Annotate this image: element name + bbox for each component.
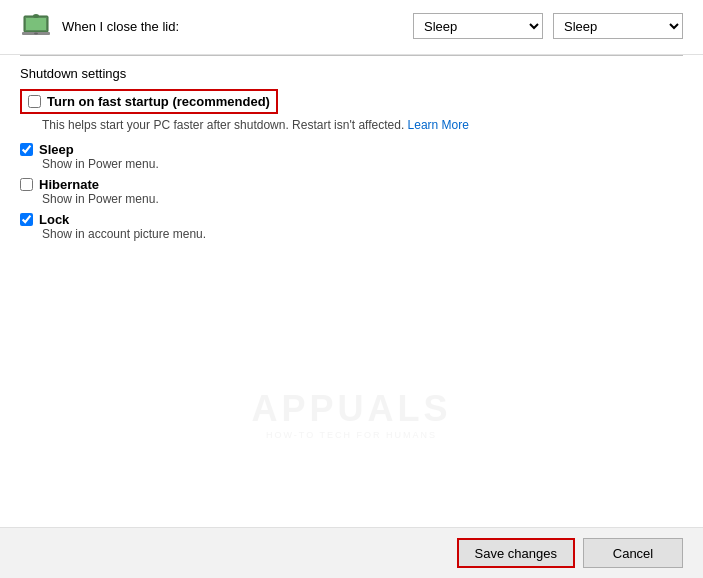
sleep-checkbox[interactable]	[20, 143, 33, 156]
fast-startup-label: Turn on fast startup (recommended)	[47, 94, 270, 109]
lid-close-label: When I close the lid:	[62, 19, 403, 34]
battery-select[interactable]: Sleep Do nothing Hibernate Shut down Tur…	[413, 13, 543, 39]
save-changes-button[interactable]: Save changes	[457, 538, 575, 568]
lid-section: When I close the lid: Sleep Do nothing H…	[0, 0, 703, 55]
svg-rect-1	[26, 18, 46, 30]
svg-point-4	[34, 33, 38, 35]
svg-point-2	[33, 14, 39, 18]
fast-startup-description: This helps start your PC faster after sh…	[42, 118, 683, 132]
lock-item: Lock Show in account picture menu.	[20, 212, 683, 241]
laptop-icon	[20, 10, 52, 42]
hibernate-item: Hibernate Show in Power menu.	[20, 177, 683, 206]
sleep-item: Sleep Show in Power menu.	[20, 142, 683, 171]
plugged-select[interactable]: Sleep Do nothing Hibernate Shut down Tur…	[553, 13, 683, 39]
watermark-text: APPUALS	[251, 388, 451, 430]
lock-description: Show in account picture menu.	[42, 227, 683, 241]
watermark-area: APPUALS HOW-TO TECH FOR HUMANS	[0, 302, 703, 528]
fast-startup-item: Turn on fast startup (recommended) This …	[20, 89, 683, 132]
lid-selects: Sleep Do nothing Hibernate Shut down Tur…	[413, 13, 683, 39]
fast-startup-box: Turn on fast startup (recommended)	[20, 89, 278, 114]
sleep-label: Sleep	[39, 142, 74, 157]
fast-startup-desc-text: This helps start your PC faster after sh…	[42, 118, 404, 132]
power-options-window: When I close the lid: Sleep Do nothing H…	[0, 0, 703, 578]
hibernate-checkbox[interactable]	[20, 178, 33, 191]
lid-row: When I close the lid: Sleep Do nothing H…	[20, 10, 683, 42]
fast-startup-checkbox[interactable]	[28, 95, 41, 108]
hibernate-label: Hibernate	[39, 177, 99, 192]
hibernate-row: Hibernate	[20, 177, 683, 192]
hibernate-description: Show in Power menu.	[42, 192, 683, 206]
watermark: APPUALS HOW-TO TECH FOR HUMANS	[251, 388, 451, 440]
lock-checkbox[interactable]	[20, 213, 33, 226]
sleep-description: Show in Power menu.	[42, 157, 683, 171]
lock-row: Lock	[20, 212, 683, 227]
shutdown-settings-title: Shutdown settings	[20, 66, 683, 81]
learn-more-link[interactable]: Learn More	[408, 118, 469, 132]
lock-label: Lock	[39, 212, 69, 227]
watermark-subtext: HOW-TO TECH FOR HUMANS	[251, 430, 451, 440]
shutdown-settings-section: Shutdown settings Turn on fast startup (…	[0, 56, 703, 302]
sleep-row: Sleep	[20, 142, 683, 157]
bottom-bar: Save changes Cancel	[0, 527, 703, 578]
cancel-button[interactable]: Cancel	[583, 538, 683, 568]
